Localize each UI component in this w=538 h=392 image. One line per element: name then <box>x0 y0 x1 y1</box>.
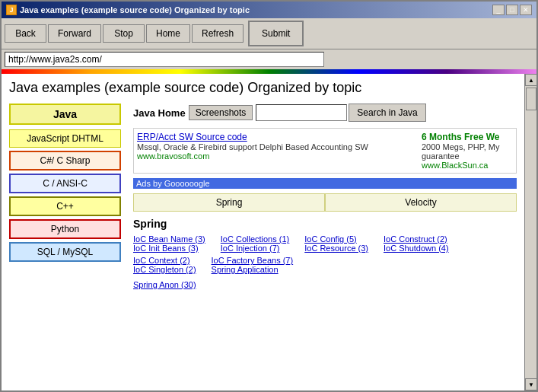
links-grid: IoC Bean Name (3) IoC Init Beans (3) IoC… <box>133 234 517 277</box>
link-ioc-singleton[interactable]: IoC Singleton (2) <box>133 265 196 274</box>
stop-button[interactable]: Stop <box>103 24 145 43</box>
back-button[interactable]: Back <box>5 24 46 43</box>
ad-box: ERP/Acct SW Source code Mssql, Oracle & … <box>133 128 517 174</box>
link-ioc-init-beans[interactable]: IoC Init Beans (3) <box>133 244 205 253</box>
sidebar-item-sql[interactable]: SQL / MySQL <box>9 242 121 262</box>
sidebar-item-c[interactable]: C / ANSI-C <box>9 174 121 193</box>
scroll-thumb[interactable] <box>526 88 536 110</box>
topic-spring[interactable]: Spring <box>133 193 325 212</box>
ad-right: 6 Months Free We 2000 Megs, PHP, My guar… <box>422 132 513 170</box>
window-controls: _ □ ✕ <box>492 5 532 15</box>
scroll-track-bg <box>525 112 536 378</box>
refresh-button[interactable]: Refresh <box>192 24 244 43</box>
ad-left-title[interactable]: ERP/Acct SW Source code <box>137 132 414 142</box>
link-group-4: IoC Context (2) IoC Singleton (2) <box>133 256 196 274</box>
sidebar-item-js[interactable]: JavaScript DHTML <box>9 129 121 148</box>
link-group-3: IoC Construct (2) IoC Shutdown (4) <box>384 234 449 253</box>
search-input[interactable] <box>256 104 347 121</box>
link-group-5: IoC Factory Beans (7) Spring Application <box>212 256 294 274</box>
topic-bar: Spring Velocity <box>133 193 517 212</box>
link-group-1: IoC Collections (1) IoC Injection (7) <box>221 234 289 253</box>
toolbar: Back Forward Stop Home Refresh Submit <box>2 18 536 49</box>
top-section: Java JavaScript DHTML C#/ C Sharp C / AN… <box>9 104 517 289</box>
topic-velocity[interactable]: Velocity <box>325 193 517 212</box>
title-bar-text: J Java examples (example source code) Or… <box>6 5 250 15</box>
section-title-spring: Spring <box>133 218 517 230</box>
address-input[interactable] <box>5 52 324 67</box>
ad-right-url[interactable]: www.BlackSun.ca <box>422 161 513 170</box>
link-ioc-resource[interactable]: IoC Resource (3) <box>304 244 368 253</box>
scroll-up-button[interactable]: ▲ <box>525 74 536 86</box>
sidebar-item-cpp[interactable]: C++ <box>9 196 121 216</box>
main-content: Java examples (example source code) Orga… <box>2 74 524 390</box>
nav-screenshots[interactable]: Screenshots <box>189 105 253 120</box>
ad-left-desc: Mssql, Oracle & Firebird support Delphi … <box>137 142 414 151</box>
link-spring-anon[interactable]: Spring Anon (30) <box>133 280 517 289</box>
link-ioc-bean-name[interactable]: IoC Bean Name (3) <box>133 234 205 244</box>
forward-button[interactable]: Forward <box>48 24 101 43</box>
maximize-button[interactable]: □ <box>506 5 518 15</box>
link-group-0: IoC Bean Name (3) IoC Init Beans (3) <box>133 234 205 253</box>
submit-button[interactable]: Submit <box>248 21 304 46</box>
link-ioc-shutdown[interactable]: IoC Shutdown (4) <box>384 244 449 253</box>
link-ioc-context[interactable]: IoC Context (2) <box>133 256 196 265</box>
spring-anon: Spring Anon (30) <box>133 280 517 289</box>
sidebar: Java JavaScript DHTML C#/ C Sharp C / AN… <box>9 104 127 289</box>
sidebar-item-py[interactable]: Python <box>9 219 121 239</box>
nav-java-home[interactable]: Java Home <box>133 107 186 119</box>
scrollbar: ▲ ▼ <box>524 74 536 390</box>
nav-section: Java Home Screenshots Search in Java <box>133 104 517 122</box>
page-title: Java examples (example source code) Orga… <box>9 80 517 96</box>
link-ioc-collections[interactable]: IoC Collections (1) <box>221 234 289 244</box>
ad-left: ERP/Acct SW Source code Mssql, Oracle & … <box>137 132 414 170</box>
minimize-button[interactable]: _ <box>492 5 505 15</box>
ad-left-url[interactable]: www.bravosoft.com <box>137 151 414 161</box>
inner-scroll: Java examples (example source code) Orga… <box>2 74 524 390</box>
search-button[interactable]: Search in Java <box>349 104 425 122</box>
link-spring-app[interactable]: Spring Application <box>212 265 294 274</box>
close-button[interactable]: ✕ <box>520 5 532 15</box>
link-group-2: IoC Config (5) IoC Resource (3) <box>304 234 368 253</box>
address-bar <box>2 49 536 69</box>
scroll-down-button[interactable]: ▼ <box>525 378 536 390</box>
sidebar-header: Java <box>9 104 121 125</box>
link-ioc-config[interactable]: IoC Config (5) <box>304 234 368 244</box>
sidebar-item-cs[interactable]: C#/ C Sharp <box>9 151 121 171</box>
ads-label: Ads by Goooooogle <box>133 178 517 189</box>
ad-right-title[interactable]: 6 Months Free We <box>422 132 513 142</box>
link-ioc-factory[interactable]: IoC Factory Beans (7) <box>212 256 294 265</box>
right-content: Java Home Screenshots Search in Java ERP… <box>133 104 517 289</box>
content-area: Java examples (example source code) Orga… <box>2 74 536 390</box>
title-bar: J Java examples (example source code) Or… <box>2 2 536 18</box>
home-button[interactable]: Home <box>146 24 190 43</box>
link-ioc-injection[interactable]: IoC Injection (7) <box>221 244 289 253</box>
link-ioc-construct[interactable]: IoC Construct (2) <box>384 234 449 244</box>
app-icon: J <box>6 5 17 15</box>
ad-right-desc: 2000 Megs, PHP, My guarantee <box>422 142 513 161</box>
